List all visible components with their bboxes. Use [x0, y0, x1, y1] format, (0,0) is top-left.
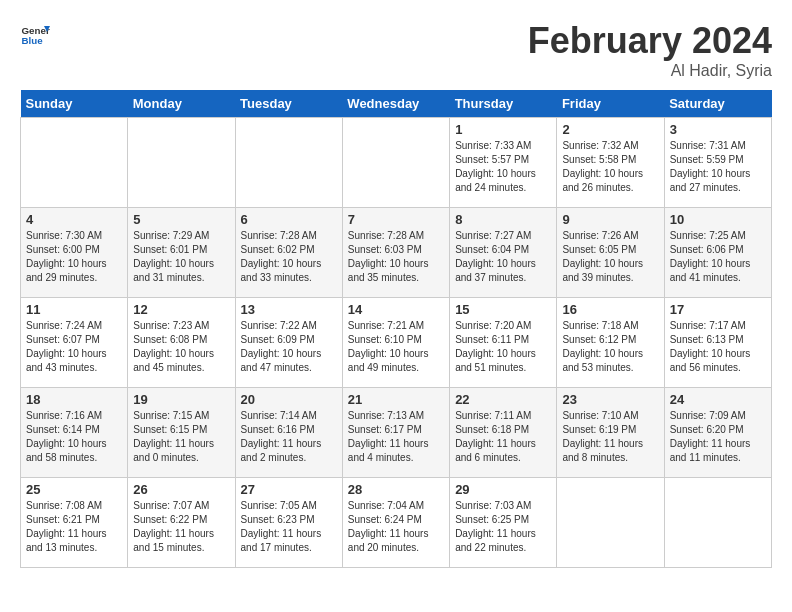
day-info: Sunrise: 7:17 AM Sunset: 6:13 PM Dayligh… [670, 319, 766, 375]
subtitle: Al Hadir, Syria [528, 62, 772, 80]
day-number: 10 [670, 212, 766, 227]
calendar-cell: 2Sunrise: 7:32 AM Sunset: 5:58 PM Daylig… [557, 118, 664, 208]
calendar-cell: 12Sunrise: 7:23 AM Sunset: 6:08 PM Dayli… [128, 298, 235, 388]
day-info: Sunrise: 7:15 AM Sunset: 6:15 PM Dayligh… [133, 409, 229, 465]
logo: General Blue [20, 20, 50, 50]
day-number: 2 [562, 122, 658, 137]
calendar-cell: 6Sunrise: 7:28 AM Sunset: 6:02 PM Daylig… [235, 208, 342, 298]
calendar-cell: 26Sunrise: 7:07 AM Sunset: 6:22 PM Dayli… [128, 478, 235, 568]
day-number: 21 [348, 392, 444, 407]
calendar-cell [21, 118, 128, 208]
day-number: 15 [455, 302, 551, 317]
calendar-table: SundayMondayTuesdayWednesdayThursdayFrid… [20, 90, 772, 568]
day-number: 28 [348, 482, 444, 497]
calendar-cell: 1Sunrise: 7:33 AM Sunset: 5:57 PM Daylig… [450, 118, 557, 208]
calendar-week-5: 25Sunrise: 7:08 AM Sunset: 6:21 PM Dayli… [21, 478, 772, 568]
day-number: 27 [241, 482, 337, 497]
calendar-cell: 27Sunrise: 7:05 AM Sunset: 6:23 PM Dayli… [235, 478, 342, 568]
calendar-week-2: 4Sunrise: 7:30 AM Sunset: 6:00 PM Daylig… [21, 208, 772, 298]
day-info: Sunrise: 7:23 AM Sunset: 6:08 PM Dayligh… [133, 319, 229, 375]
weekday-header-sunday: Sunday [21, 90, 128, 118]
day-number: 3 [670, 122, 766, 137]
day-info: Sunrise: 7:28 AM Sunset: 6:03 PM Dayligh… [348, 229, 444, 285]
calendar-cell: 25Sunrise: 7:08 AM Sunset: 6:21 PM Dayli… [21, 478, 128, 568]
day-info: Sunrise: 7:07 AM Sunset: 6:22 PM Dayligh… [133, 499, 229, 555]
day-number: 6 [241, 212, 337, 227]
day-info: Sunrise: 7:10 AM Sunset: 6:19 PM Dayligh… [562, 409, 658, 465]
day-info: Sunrise: 7:08 AM Sunset: 6:21 PM Dayligh… [26, 499, 122, 555]
day-info: Sunrise: 7:13 AM Sunset: 6:17 PM Dayligh… [348, 409, 444, 465]
day-number: 16 [562, 302, 658, 317]
day-info: Sunrise: 7:24 AM Sunset: 6:07 PM Dayligh… [26, 319, 122, 375]
calendar-cell [128, 118, 235, 208]
calendar-cell: 29Sunrise: 7:03 AM Sunset: 6:25 PM Dayli… [450, 478, 557, 568]
calendar-cell [557, 478, 664, 568]
weekday-header-monday: Monday [128, 90, 235, 118]
main-title: February 2024 [528, 20, 772, 62]
weekday-header-friday: Friday [557, 90, 664, 118]
calendar-cell: 5Sunrise: 7:29 AM Sunset: 6:01 PM Daylig… [128, 208, 235, 298]
day-info: Sunrise: 7:21 AM Sunset: 6:10 PM Dayligh… [348, 319, 444, 375]
day-number: 19 [133, 392, 229, 407]
logo-icon: General Blue [20, 20, 50, 50]
day-number: 9 [562, 212, 658, 227]
weekday-header-row: SundayMondayTuesdayWednesdayThursdayFrid… [21, 90, 772, 118]
day-number: 26 [133, 482, 229, 497]
calendar-cell [664, 478, 771, 568]
day-number: 4 [26, 212, 122, 227]
day-number: 24 [670, 392, 766, 407]
calendar-cell: 9Sunrise: 7:26 AM Sunset: 6:05 PM Daylig… [557, 208, 664, 298]
calendar-cell: 24Sunrise: 7:09 AM Sunset: 6:20 PM Dayli… [664, 388, 771, 478]
day-number: 23 [562, 392, 658, 407]
day-info: Sunrise: 7:33 AM Sunset: 5:57 PM Dayligh… [455, 139, 551, 195]
calendar-cell: 14Sunrise: 7:21 AM Sunset: 6:10 PM Dayli… [342, 298, 449, 388]
calendar-cell: 20Sunrise: 7:14 AM Sunset: 6:16 PM Dayli… [235, 388, 342, 478]
day-info: Sunrise: 7:32 AM Sunset: 5:58 PM Dayligh… [562, 139, 658, 195]
day-info: Sunrise: 7:22 AM Sunset: 6:09 PM Dayligh… [241, 319, 337, 375]
day-number: 5 [133, 212, 229, 227]
weekday-header-tuesday: Tuesday [235, 90, 342, 118]
calendar-cell: 4Sunrise: 7:30 AM Sunset: 6:00 PM Daylig… [21, 208, 128, 298]
weekday-header-saturday: Saturday [664, 90, 771, 118]
calendar-week-1: 1Sunrise: 7:33 AM Sunset: 5:57 PM Daylig… [21, 118, 772, 208]
day-info: Sunrise: 7:03 AM Sunset: 6:25 PM Dayligh… [455, 499, 551, 555]
title-area: February 2024 Al Hadir, Syria [528, 20, 772, 80]
header: General Blue February 2024 Al Hadir, Syr… [20, 20, 772, 80]
day-info: Sunrise: 7:27 AM Sunset: 6:04 PM Dayligh… [455, 229, 551, 285]
calendar-cell: 21Sunrise: 7:13 AM Sunset: 6:17 PM Dayli… [342, 388, 449, 478]
day-number: 7 [348, 212, 444, 227]
day-info: Sunrise: 7:18 AM Sunset: 6:12 PM Dayligh… [562, 319, 658, 375]
calendar-cell: 10Sunrise: 7:25 AM Sunset: 6:06 PM Dayli… [664, 208, 771, 298]
day-number: 11 [26, 302, 122, 317]
svg-text:Blue: Blue [22, 35, 44, 46]
day-info: Sunrise: 7:05 AM Sunset: 6:23 PM Dayligh… [241, 499, 337, 555]
day-number: 20 [241, 392, 337, 407]
day-number: 18 [26, 392, 122, 407]
calendar-cell: 15Sunrise: 7:20 AM Sunset: 6:11 PM Dayli… [450, 298, 557, 388]
day-info: Sunrise: 7:09 AM Sunset: 6:20 PM Dayligh… [670, 409, 766, 465]
day-number: 25 [26, 482, 122, 497]
day-number: 12 [133, 302, 229, 317]
day-info: Sunrise: 7:20 AM Sunset: 6:11 PM Dayligh… [455, 319, 551, 375]
calendar-cell: 16Sunrise: 7:18 AM Sunset: 6:12 PM Dayli… [557, 298, 664, 388]
day-info: Sunrise: 7:31 AM Sunset: 5:59 PM Dayligh… [670, 139, 766, 195]
calendar-cell: 7Sunrise: 7:28 AM Sunset: 6:03 PM Daylig… [342, 208, 449, 298]
calendar-cell: 3Sunrise: 7:31 AM Sunset: 5:59 PM Daylig… [664, 118, 771, 208]
day-number: 13 [241, 302, 337, 317]
calendar-cell [235, 118, 342, 208]
day-info: Sunrise: 7:26 AM Sunset: 6:05 PM Dayligh… [562, 229, 658, 285]
calendar-cell: 17Sunrise: 7:17 AM Sunset: 6:13 PM Dayli… [664, 298, 771, 388]
calendar-week-4: 18Sunrise: 7:16 AM Sunset: 6:14 PM Dayli… [21, 388, 772, 478]
calendar-cell: 13Sunrise: 7:22 AM Sunset: 6:09 PM Dayli… [235, 298, 342, 388]
day-info: Sunrise: 7:28 AM Sunset: 6:02 PM Dayligh… [241, 229, 337, 285]
calendar-cell: 28Sunrise: 7:04 AM Sunset: 6:24 PM Dayli… [342, 478, 449, 568]
day-number: 17 [670, 302, 766, 317]
calendar-cell: 18Sunrise: 7:16 AM Sunset: 6:14 PM Dayli… [21, 388, 128, 478]
calendar-week-3: 11Sunrise: 7:24 AM Sunset: 6:07 PM Dayli… [21, 298, 772, 388]
day-info: Sunrise: 7:25 AM Sunset: 6:06 PM Dayligh… [670, 229, 766, 285]
day-info: Sunrise: 7:11 AM Sunset: 6:18 PM Dayligh… [455, 409, 551, 465]
day-info: Sunrise: 7:29 AM Sunset: 6:01 PM Dayligh… [133, 229, 229, 285]
day-number: 29 [455, 482, 551, 497]
calendar-cell: 22Sunrise: 7:11 AM Sunset: 6:18 PM Dayli… [450, 388, 557, 478]
weekday-header-thursday: Thursday [450, 90, 557, 118]
